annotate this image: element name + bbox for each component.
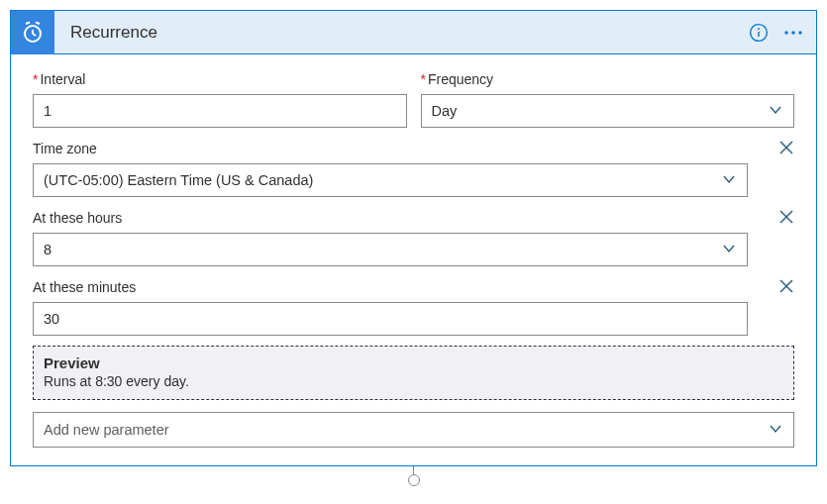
timezone-field: Time zone (UTC-05:00) Eastern Time (US &… bbox=[33, 138, 794, 197]
interval-input-wrap bbox=[33, 94, 407, 128]
chevron-down-icon bbox=[721, 241, 737, 259]
svg-line-2 bbox=[33, 34, 36, 36]
frequency-value: Day bbox=[432, 103, 458, 119]
preview-box: Preview Runs at 8:30 every day. bbox=[33, 346, 794, 400]
frequency-field: *Frequency Day bbox=[421, 68, 795, 128]
svg-point-8 bbox=[784, 31, 787, 34]
hours-select[interactable]: 8 bbox=[33, 233, 748, 266]
more-icon[interactable] bbox=[782, 23, 804, 43]
clock-icon bbox=[11, 11, 54, 54]
svg-point-9 bbox=[791, 31, 794, 34]
hours-field: At these hours 8 bbox=[33, 207, 794, 266]
chevron-down-icon bbox=[721, 171, 737, 190]
timezone-label: Time zone bbox=[33, 141, 97, 156]
frequency-label: *Frequency bbox=[421, 71, 494, 87]
timezone-select[interactable]: (UTC-05:00) Eastern Time (US & Canada) bbox=[33, 163, 748, 197]
svg-point-10 bbox=[798, 31, 801, 34]
chevron-down-icon bbox=[768, 102, 783, 121]
svg-line-4 bbox=[36, 22, 40, 24]
svg-line-3 bbox=[26, 22, 30, 24]
connector-line bbox=[413, 466, 414, 474]
card-title[interactable]: Recurrence bbox=[70, 23, 749, 43]
connector bbox=[10, 466, 817, 486]
card-header[interactable]: Recurrence bbox=[11, 11, 816, 54]
minutes-label: At these minutes bbox=[33, 279, 136, 295]
svg-point-7 bbox=[758, 28, 760, 30]
add-parameter-select[interactable]: Add new parameter bbox=[33, 412, 794, 448]
hours-label: At these hours bbox=[33, 210, 122, 226]
timezone-remove-icon[interactable] bbox=[778, 140, 794, 158]
preview-title: Preview bbox=[44, 354, 783, 371]
card-body: *Interval *Frequency Day bbox=[11, 54, 816, 465]
interval-field: *Interval bbox=[33, 68, 407, 128]
add-parameter-placeholder: Add new parameter bbox=[44, 422, 169, 438]
frequency-select[interactable]: Day bbox=[421, 94, 795, 128]
add-step-button[interactable] bbox=[408, 474, 420, 486]
hours-remove-icon[interactable] bbox=[778, 209, 794, 228]
interval-input[interactable] bbox=[44, 95, 396, 127]
info-icon[interactable] bbox=[749, 23, 769, 43]
minutes-input-wrap bbox=[33, 302, 748, 336]
timezone-value: (UTC-05:00) Eastern Time (US & Canada) bbox=[44, 172, 313, 188]
minutes-field: At these minutes bbox=[33, 276, 794, 336]
recurrence-card: Recurrence *Interval bbox=[10, 10, 817, 466]
minutes-remove-icon[interactable] bbox=[778, 278, 794, 297]
chevron-down-icon bbox=[768, 421, 783, 440]
hours-value: 8 bbox=[44, 242, 52, 257]
minutes-input[interactable] bbox=[44, 303, 737, 335]
preview-text: Runs at 8:30 every day. bbox=[44, 373, 783, 389]
interval-label: *Interval bbox=[33, 71, 85, 87]
